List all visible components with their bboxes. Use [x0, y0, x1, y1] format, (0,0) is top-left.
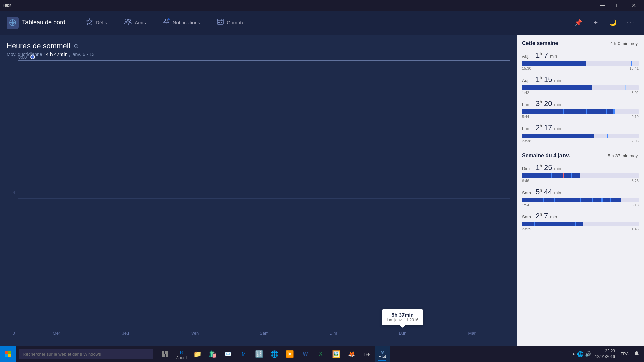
sleep-bar-marker-5c [580, 198, 581, 202]
nav-item-defis[interactable]: Défis [79, 15, 114, 30]
nav-items: Défis Amis [79, 15, 572, 30]
sleep-mins-big-5: 44 [544, 188, 552, 196]
keyboard-lang[interactable]: FRA [619, 352, 631, 356]
sleep-entry-3[interactable]: Lun 2h 17 min 23:38 2:05 [522, 123, 639, 143]
sleep-bar-inner-2 [522, 109, 615, 114]
chart-inner: Mer Jeu Ven Sam Dim [18, 60, 510, 336]
bar-group-dim[interactable]: Dim [299, 329, 368, 336]
compte-icon [217, 18, 224, 27]
pin-button[interactable]: 📌 [572, 16, 585, 30]
svg-rect-21 [162, 351, 164, 354]
sleep-h-sup-2: h [540, 100, 542, 104]
bar-label-jeu: Jeu [122, 331, 129, 336]
bar-group-lun[interactable]: 5h 37min lun. janv. 11 2016 Lun [368, 329, 437, 336]
nav-item-notifications[interactable]: Notifications [156, 15, 207, 30]
taskbar-app-re[interactable]: Re [360, 346, 374, 362]
taskbar-app-firefox[interactable]: 🦊 [344, 346, 359, 362]
taskbar-right: ▲ 🌐 🔊 22:23 12/01/2016 FRA [572, 348, 644, 360]
more-button[interactable]: ··· [624, 16, 637, 30]
bar-group-ven[interactable]: Ven [160, 329, 229, 336]
sleep-h-num-4: 1 [536, 163, 540, 172]
nav-logo[interactable]: Tableau de bord [7, 17, 65, 29]
taskbar-app-mail[interactable]: ✉️ [221, 346, 235, 362]
taskbar-search[interactable] [19, 349, 153, 359]
sleep-bar-inner-6 [522, 222, 583, 226]
notifications-tray-icon[interactable] [632, 351, 641, 357]
sleep-entry-2[interactable]: Lun 3h 20 min 5:44 9:19 [522, 99, 639, 119]
bars-container: Mer Jeu Ven Sam Dim [18, 60, 510, 336]
maximize-button[interactable]: □ [610, 0, 626, 11]
sleep-entry-header-0: Auj. 1h 7 min [522, 51, 639, 60]
sleep-times-2: 5:44 9:19 [522, 115, 639, 119]
taskbar-app-store[interactable]: 🛍️ [205, 346, 220, 362]
sleep-min-label-2: min [554, 102, 561, 107]
svg-point-3 [12, 24, 13, 26]
chart-area: 8:00 4 0 Mer Jeu [7, 54, 510, 343]
sleep-bar-marker-4a [551, 173, 552, 178]
nav-bar: Tableau de bord Défis Amis [0, 11, 644, 35]
bar-group-jeu[interactable]: Jeu [91, 329, 160, 336]
bar-group-mer[interactable]: Mer [22, 329, 91, 336]
week-avg-prev: 5 h 37 min moy. [608, 153, 639, 158]
taskbar-app-word[interactable]: W [298, 346, 313, 362]
firefox-icon: 🦊 [348, 351, 355, 357]
chart-slider[interactable]: 8:00 [18, 54, 510, 60]
taskbar-system-tray[interactable]: ▲ 🌐 🔊 [572, 351, 592, 357]
sleep-times-4: 6:46 8:26 [522, 179, 639, 183]
bar-group-sam[interactable]: Sam [229, 329, 299, 336]
clock-time: 22:23 [595, 348, 615, 354]
nav-item-compte[interactable]: Compte [210, 15, 251, 30]
sleep-day-6: Sam [522, 214, 534, 219]
start-button[interactable] [0, 346, 16, 362]
close-button[interactable]: ✕ [626, 0, 641, 11]
sleep-start-6: 23:29 [522, 227, 531, 231]
sleep-entry-6[interactable]: Sam 2h 7 min 23:29 1:45 [522, 212, 639, 231]
tray-expand[interactable]: ▲ [572, 352, 576, 356]
bar-label-lun: Lun [399, 331, 406, 336]
taskbar-app-media[interactable]: ▶️ [282, 346, 297, 362]
sleep-h-num-5: 5 [536, 188, 540, 196]
sleep-bar-inner-5 [522, 198, 621, 202]
sleep-mins-big-3: 17 [544, 123, 552, 132]
nav-item-amis[interactable]: Amis [117, 15, 152, 30]
taskbar-app-explorer[interactable]: 📁 [190, 346, 205, 362]
store-icon: 🛍️ [209, 350, 217, 358]
sleep-start-0: 15:30 [522, 66, 531, 70]
taskbar-app-fitbit[interactable]: ⊙ Fitbit [375, 346, 390, 362]
minimize-button[interactable]: — [595, 0, 610, 11]
taskbar-app-chrome[interactable]: 🌐 [267, 346, 282, 362]
chart-expand-icon[interactable]: ⊙ [74, 42, 79, 50]
sleep-entry-1[interactable]: Auj. 1h 15 min 1:42 3:02 [522, 75, 639, 95]
sleep-times-3: 23:38 2:05 [522, 139, 639, 143]
sleep-bar-marker-0 [631, 61, 632, 66]
taskbar-clock[interactable]: 22:23 12/01/2016 [593, 348, 617, 360]
svg-rect-11 [217, 19, 223, 24]
taskbar-app-photos[interactable]: 🖼️ [329, 346, 343, 362]
svg-rect-23 [162, 354, 165, 357]
sleep-entry-4[interactable]: Dim 1h 25 min 6:46 8:26 [522, 163, 639, 183]
sleep-hours-0: 1h [536, 52, 542, 59]
y-label-0: 0 [13, 331, 15, 336]
week-header-prev: Semaine du 4 janv. 5 h 37 min moy. [522, 153, 639, 159]
nav-label-defis: Défis [96, 20, 107, 25]
svg-point-5 [14, 22, 16, 23]
sleep-entry-5[interactable]: Sam 5h 44 min 1:54 8:18 [522, 188, 639, 207]
volume-icon: 🔊 [585, 351, 592, 357]
svg-rect-19 [5, 354, 8, 357]
microsoft-icon: M [241, 351, 246, 357]
task-view-icon[interactable] [158, 346, 172, 362]
taskbar-app-excel[interactable]: X [313, 346, 328, 362]
tooltip-subtitle: lun. janv. 11 2016 [387, 318, 418, 322]
sleep-day-0: Auj. [522, 54, 534, 59]
taskbar-app-calculator[interactable]: 🔢 [252, 346, 266, 362]
bar-group-mar[interactable]: Mar [437, 329, 506, 336]
theme-button[interactable]: 🌙 [606, 16, 620, 30]
taskbar-app-microsoft[interactable]: M [236, 346, 251, 362]
sleep-entry-0[interactable]: Auj. 1h 7 min 15:30 16:41 [522, 51, 639, 70]
slider-track[interactable] [30, 57, 510, 57]
nav-label-amis: Amis [135, 20, 146, 25]
sleep-mins-big-2: 20 [544, 99, 552, 108]
taskbar-app-edge[interactable]: e Accueil [174, 346, 189, 362]
add-button[interactable]: + [589, 16, 602, 30]
mail-icon: ✉️ [225, 351, 231, 357]
